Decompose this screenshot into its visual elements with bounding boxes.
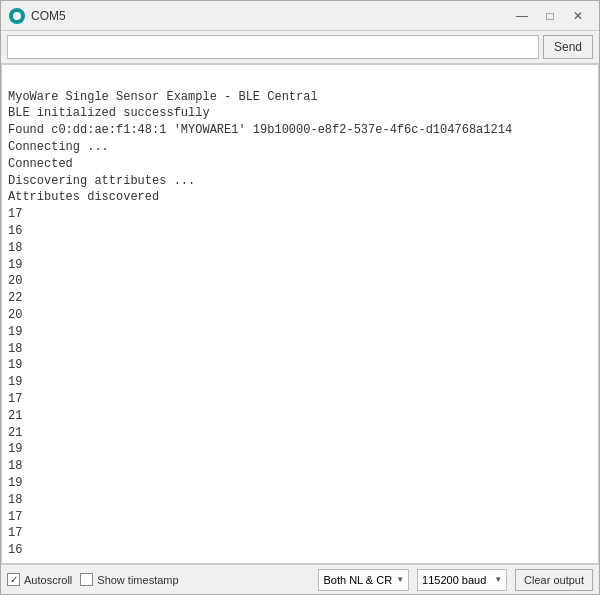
console-line: 17 bbox=[8, 206, 592, 223]
autoscroll-checkbox[interactable] bbox=[7, 573, 20, 586]
console-area: MyoWare Single Sensor Example - BLE Cent… bbox=[1, 64, 599, 564]
console-line: 18 bbox=[8, 458, 592, 475]
console-line: Attributes discovered bbox=[8, 189, 592, 206]
baud-rate-dropdown[interactable]: 115200 baud ▼ bbox=[417, 569, 507, 591]
window-title: COM5 bbox=[31, 9, 509, 23]
title-bar: COM5 — □ ✕ bbox=[1, 1, 599, 31]
timestamp-checkbox[interactable] bbox=[80, 573, 93, 586]
console-line: 16 bbox=[8, 542, 592, 559]
toolbar: Send bbox=[1, 31, 599, 64]
baud-rate-label: 115200 baud bbox=[422, 574, 490, 586]
window-controls: — □ ✕ bbox=[509, 6, 591, 26]
console-line: 21 bbox=[8, 425, 592, 442]
console-line: Connected bbox=[8, 156, 592, 173]
console-line: 20 bbox=[8, 273, 592, 290]
svg-point-0 bbox=[13, 12, 21, 20]
console-line: Found c0:dd:ae:f1:48:1 'MYOWARE1' 19b100… bbox=[8, 122, 592, 139]
console-line: 16 bbox=[8, 223, 592, 240]
app-icon bbox=[9, 8, 25, 24]
console-line: 19 bbox=[8, 324, 592, 341]
main-window: COM5 — □ ✕ Send MyoWare Single Sensor Ex… bbox=[0, 0, 600, 595]
serial-input[interactable] bbox=[7, 35, 539, 59]
console-line: 19 bbox=[8, 374, 592, 391]
console-line: 20 bbox=[8, 307, 592, 324]
console-line: 19 bbox=[8, 357, 592, 374]
console-line: 18 bbox=[8, 341, 592, 358]
send-button[interactable]: Send bbox=[543, 35, 593, 59]
console-line: 18 bbox=[8, 240, 592, 257]
console-output[interactable]: MyoWare Single Sensor Example - BLE Cent… bbox=[2, 65, 598, 563]
console-line: 22 bbox=[8, 290, 592, 307]
line-ending-arrow-icon: ▼ bbox=[396, 575, 404, 584]
baud-rate-arrow-icon: ▼ bbox=[494, 575, 502, 584]
console-line: 18 bbox=[8, 492, 592, 509]
autoscroll-item[interactable]: Autoscroll bbox=[7, 573, 72, 586]
autoscroll-label: Autoscroll bbox=[24, 574, 72, 586]
console-line: 17 bbox=[8, 509, 592, 526]
console-line: Connecting ... bbox=[8, 139, 592, 156]
minimize-button[interactable]: — bbox=[509, 6, 535, 26]
close-button[interactable]: ✕ bbox=[565, 6, 591, 26]
console-line: 17 bbox=[8, 525, 592, 542]
line-ending-dropdown[interactable]: Both NL & CR ▼ bbox=[318, 569, 409, 591]
status-bar: Autoscroll Show timestamp Both NL & CR ▼… bbox=[1, 564, 599, 594]
console-line: 21 bbox=[8, 408, 592, 425]
console-line: Discovering attributes ... bbox=[8, 173, 592, 190]
console-line: 19 bbox=[8, 475, 592, 492]
timestamp-label: Show timestamp bbox=[97, 574, 178, 586]
clear-output-button[interactable]: Clear output bbox=[515, 569, 593, 591]
line-ending-label: Both NL & CR bbox=[323, 574, 392, 586]
timestamp-item[interactable]: Show timestamp bbox=[80, 573, 178, 586]
console-line: 19 bbox=[8, 257, 592, 274]
console-line: 17 bbox=[8, 391, 592, 408]
console-line: BLE initialized successfully bbox=[8, 105, 592, 122]
console-line: MyoWare Single Sensor Example - BLE Cent… bbox=[8, 89, 592, 106]
maximize-button[interactable]: □ bbox=[537, 6, 563, 26]
console-line: 19 bbox=[8, 441, 592, 458]
